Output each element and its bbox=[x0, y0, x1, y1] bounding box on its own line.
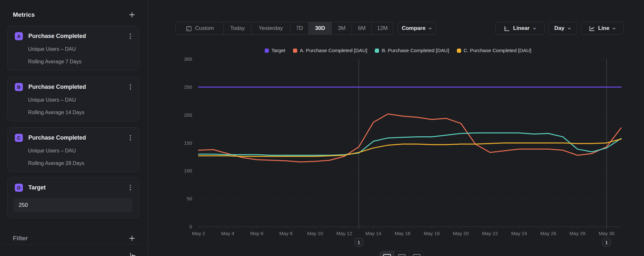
svg-text:May 4: May 4 bbox=[221, 231, 234, 236]
svg-text:May 18: May 18 bbox=[424, 231, 440, 236]
chart-style-filled[interactable] bbox=[380, 251, 394, 256]
svg-text:May 6: May 6 bbox=[250, 231, 263, 236]
svg-text:May 24: May 24 bbox=[511, 231, 527, 236]
svg-text:May 16: May 16 bbox=[395, 231, 411, 236]
svg-text:50: 50 bbox=[187, 196, 192, 201]
svg-text:May 30: May 30 bbox=[599, 231, 614, 236]
rect-filled-icon bbox=[383, 254, 391, 256]
svg-text:May 28: May 28 bbox=[570, 231, 585, 236]
chart-style-rows[interactable] bbox=[394, 251, 409, 256]
annotation-badge[interactable]: 1 bbox=[602, 238, 611, 247]
svg-text:150: 150 bbox=[184, 140, 192, 146]
rect-rows-icon bbox=[398, 254, 406, 256]
svg-text:May 14: May 14 bbox=[365, 231, 381, 236]
rect-outline-icon bbox=[412, 254, 421, 256]
svg-text:May 22: May 22 bbox=[482, 231, 498, 236]
annotation-badge[interactable]: 1 bbox=[355, 238, 363, 247]
svg-text:May 12: May 12 bbox=[336, 231, 352, 236]
line-chart: 050100150200250300May 2May 4May 6May 8Ma… bbox=[0, 0, 644, 256]
svg-text:May 2: May 2 bbox=[192, 231, 205, 236]
svg-text:May 10: May 10 bbox=[307, 231, 323, 236]
svg-text:300: 300 bbox=[184, 56, 192, 62]
chart-style-mini-control bbox=[379, 251, 424, 256]
svg-text:May 8: May 8 bbox=[279, 231, 293, 236]
svg-text:May 26: May 26 bbox=[540, 231, 556, 236]
chart-style-outline[interactable] bbox=[409, 251, 424, 256]
svg-text:200: 200 bbox=[184, 112, 192, 118]
svg-text:250: 250 bbox=[184, 84, 192, 90]
svg-text:100: 100 bbox=[184, 168, 192, 173]
svg-text:May 20: May 20 bbox=[453, 231, 469, 236]
svg-text:0: 0 bbox=[189, 224, 192, 229]
